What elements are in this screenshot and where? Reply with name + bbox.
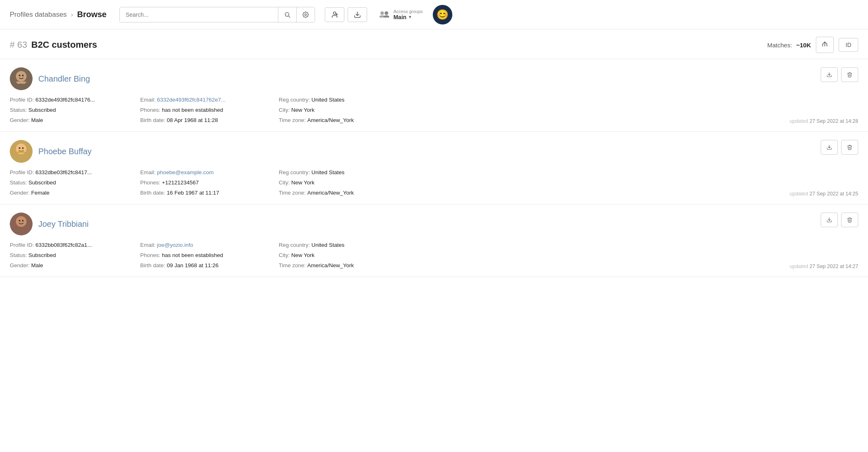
- profile-fields-phoebe: Profile ID: 6332dbe03f62fc8417... Email:…: [10, 168, 858, 197]
- matches-label: Matches: ~10K: [767, 42, 811, 49]
- profile-avatar-joey[interactable]: [10, 213, 33, 235]
- id-button[interactable]: ID: [839, 38, 858, 52]
- access-groups-selector[interactable]: Access groups Main ▼: [379, 9, 423, 20]
- birth-date-field: Birth date: 16 Feb 1967 at 11:17: [140, 189, 279, 197]
- search-settings-button[interactable]: [296, 7, 315, 22]
- profile-header: Chandler Bing: [10, 67, 858, 90]
- status-field: Status: Subscribed: [10, 251, 140, 259]
- db-number: # 63: [10, 40, 27, 50]
- profile-id-field: Profile ID: 6332dbe03f62fc8417...: [10, 168, 140, 176]
- timezone-field: Time zone: America/New_York: [279, 261, 858, 269]
- access-groups-value: Main ▼: [393, 14, 423, 20]
- sort-button[interactable]: [816, 37, 834, 53]
- profile-name-chandler[interactable]: Chandler Bing: [38, 74, 90, 84]
- db-title: # 63 B2C customers: [10, 40, 97, 50]
- svg-point-22: [19, 147, 20, 149]
- phones-field: Phones: has not been established: [140, 251, 279, 259]
- breadcrumb-browse: Browse: [77, 10, 106, 19]
- profiles-list: Chandler Bing Profile ID: 6332de4: [0, 59, 868, 277]
- phones-field: Phones: has not been established: [140, 106, 279, 114]
- svg-point-3: [333, 12, 336, 14]
- profile-fields-joey: Profile ID: 6332bb083f62fc82a1... Email:…: [10, 241, 858, 269]
- profile-updated-phoebe: updated 27 Sep 2022 at 14:25: [790, 191, 858, 197]
- svg-point-24: [14, 156, 29, 163]
- search-input[interactable]: [120, 7, 278, 22]
- profile-card-chandler: Chandler Bing Profile ID: 6332de4: [0, 59, 868, 132]
- reg-country-field: Reg country: United States: [279, 241, 858, 249]
- birth-date-field: Birth date: 09 Jan 1968 at 11:26: [140, 261, 279, 269]
- sub-header: # 63 B2C customers Matches: ~10K ID: [0, 29, 868, 59]
- profile-card-joey: Joey Tribbiani Profile ID: 6332bb: [0, 204, 868, 277]
- breadcrumb: Profiles databases › Browse: [10, 10, 106, 19]
- matches-value: ~10K: [796, 42, 811, 49]
- profile-updated-chandler: updated 27 Sep 2022 at 14:28: [790, 118, 858, 124]
- reg-country-field: Reg country: United States: [279, 96, 858, 104]
- profile-download-button-phoebe[interactable]: [821, 140, 838, 155]
- svg-point-16: [19, 75, 20, 76]
- access-groups-icon: [379, 9, 390, 20]
- svg-point-23: [22, 147, 24, 149]
- profile-id-field: Profile ID: 6332bb083f62fc82a1...: [10, 241, 140, 249]
- profile-download-button-joey[interactable]: [821, 213, 838, 227]
- profile-delete-button-joey[interactable]: [841, 213, 858, 227]
- header: Profiles databases › Browse: [0, 0, 868, 29]
- city-field: City: New York: [279, 106, 858, 114]
- svg-point-7: [381, 11, 384, 15]
- matches-area: Matches: ~10K ID: [767, 37, 858, 53]
- svg-point-17: [22, 75, 24, 76]
- email-field: Email: phoebe@example.com: [140, 168, 279, 176]
- access-groups-text: Access groups Main ▼: [393, 9, 423, 20]
- svg-point-8: [385, 11, 388, 15]
- access-groups-label: Access groups: [393, 9, 423, 14]
- svg-point-28: [19, 220, 20, 222]
- email-field: Email: 6332de493f62fc841762e7...: [140, 96, 279, 104]
- profile-card-phoebe: Phoebe Buffay Profile ID: 6332dbe: [0, 132, 868, 204]
- profile-card-actions: [821, 213, 858, 227]
- profile-delete-button-phoebe[interactable]: [841, 140, 858, 155]
- breadcrumb-profiles[interactable]: Profiles databases: [10, 11, 67, 19]
- svg-line-1: [289, 16, 290, 18]
- city-field: City: New York: [279, 179, 858, 186]
- search-button[interactable]: [278, 7, 296, 22]
- status-field: Status: Subscribed: [10, 106, 140, 114]
- svg-point-10: [384, 15, 390, 18]
- download-button[interactable]: [348, 7, 367, 22]
- profile-card-actions: [821, 67, 858, 82]
- svg-point-15: [16, 71, 26, 82]
- svg-point-30: [14, 229, 29, 235]
- svg-point-18: [14, 84, 29, 90]
- reg-country-field: Reg country: United States: [279, 168, 858, 176]
- timezone-field: Time zone: America/New_York: [279, 116, 858, 124]
- city-field: City: New York: [279, 251, 858, 259]
- profile-delete-button-chandler[interactable]: [841, 67, 858, 82]
- svg-point-2: [305, 14, 306, 16]
- profile-name-phoebe[interactable]: Phoebe Buffay: [38, 147, 92, 156]
- svg-point-27: [16, 216, 26, 227]
- email-field: Email: joe@yozio.info: [140, 241, 279, 249]
- profile-header: Joey Tribbiani: [10, 213, 858, 235]
- user-avatar[interactable]: 😊: [433, 5, 452, 24]
- header-actions: [325, 7, 367, 22]
- birth-date-field: Birth date: 08 Apr 1968 at 11:28: [140, 116, 279, 124]
- gender-field: Gender: Female: [10, 189, 140, 197]
- access-groups-chevron-icon: ▼: [408, 15, 412, 19]
- profile-avatar-chandler[interactable]: [10, 67, 33, 90]
- status-field: Status: Subscribed: [10, 179, 140, 186]
- svg-point-29: [22, 220, 24, 222]
- profile-id-field: Profile ID: 6332de493f62fc84176...: [10, 96, 140, 104]
- search-area: [119, 7, 315, 22]
- gender-field: Gender: Male: [10, 261, 140, 269]
- profile-header: Phoebe Buffay: [10, 140, 858, 163]
- add-profile-button[interactable]: [325, 7, 344, 22]
- profile-updated-joey: updated 27 Sep 2022 at 14:27: [790, 264, 858, 269]
- profile-avatar-phoebe[interactable]: [10, 140, 33, 163]
- phones-field: Phones: +12121234567: [140, 179, 279, 186]
- breadcrumb-chevron: ›: [71, 11, 73, 18]
- profile-name-joey[interactable]: Joey Tribbiani: [38, 219, 88, 229]
- profile-fields-chandler: Profile ID: 6332de493f62fc84176... Email…: [10, 96, 858, 124]
- timezone-field: Time zone: America/New_York: [279, 189, 858, 197]
- profile-download-button-chandler[interactable]: [821, 67, 838, 82]
- db-name: B2C customers: [31, 40, 97, 50]
- profile-card-actions: [821, 140, 858, 155]
- gender-field: Gender: Male: [10, 116, 140, 124]
